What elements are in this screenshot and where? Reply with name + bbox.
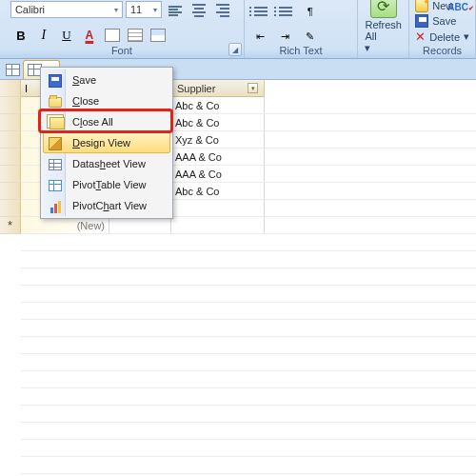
chevron-down-icon: ▾ (114, 6, 118, 14)
increase-indent-button[interactable]: ⇥ (275, 28, 296, 45)
decrease-indent-button[interactable]: ⇤ (250, 28, 271, 45)
design-view-icon (48, 136, 63, 151)
altrow-color-button[interactable] (148, 26, 169, 45)
new-row-indicator-icon: * (0, 217, 21, 234)
new-record-icon (415, 0, 428, 12)
bold-button[interactable]: B (10, 26, 31, 45)
save-icon (415, 14, 428, 28)
delete-record-button[interactable]: ✕Delete ▾ (415, 29, 469, 45)
menu-item-design-view[interactable]: Design View (43, 132, 170, 153)
select-all-cell[interactable] (0, 80, 21, 97)
highlight-button[interactable]: ✎ (300, 28, 321, 45)
gridlines-button[interactable] (125, 26, 146, 45)
chevron-down-icon: ▾ (248, 83, 258, 93)
font-size-value: 11 (130, 4, 142, 15)
group-label-richtext: Rich Text (245, 45, 357, 58)
ribbon: Calibri ▾ 11 ▾ B I U A Font (0, 0, 476, 59)
menu-item-pivottable-view[interactable]: PivotTable View (43, 174, 170, 195)
context-menu: Save Close Close All Design View Datashe… (40, 67, 173, 219)
spellcheck-icon[interactable]: ABC✔ (447, 2, 474, 12)
dialog-launcher-icon[interactable]: ◢ (228, 43, 242, 56)
align-left-button[interactable] (165, 1, 186, 20)
view-switcher-icon[interactable] (2, 60, 23, 79)
numbered-list-button[interactable] (250, 3, 271, 20)
column-header-supplier[interactable]: Supplier▾ (171, 80, 265, 97)
font-color-button[interactable]: A (79, 26, 100, 45)
group-label-records: Records (409, 45, 475, 58)
refresh-label: Refresh All▾ (365, 19, 402, 54)
text-dir-button[interactable]: ¶ (300, 3, 321, 20)
underline-button[interactable]: U (56, 26, 77, 45)
pivottable-icon (48, 178, 63, 193)
align-center-button[interactable] (188, 1, 209, 20)
save-icon (48, 73, 63, 89)
italic-button[interactable]: I (33, 26, 54, 45)
menu-item-close-all[interactable]: Close All (43, 111, 170, 132)
pivotchart-icon (48, 199, 63, 214)
refresh-all-button[interactable]: ⟳ Refresh All▾ (363, 0, 404, 56)
group-label-font: Font (0, 45, 244, 58)
delete-icon: ✕ (415, 30, 426, 44)
bullet-list-button[interactable] (275, 3, 296, 20)
refresh-icon: ⟳ (370, 0, 397, 18)
ribbon-group-font: Calibri ▾ 11 ▾ B I U A Font (0, 0, 245, 58)
fill-color-button[interactable] (102, 26, 123, 45)
folder-icon (48, 94, 63, 109)
menu-item-close[interactable]: Close (43, 90, 170, 111)
new-record-row[interactable]: *(New) (0, 217, 476, 234)
save-record-button[interactable]: Save (415, 13, 456, 29)
align-right-button[interactable] (212, 1, 233, 20)
font-family-value: Calibri (15, 4, 45, 15)
ribbon-group-richtext: ¶ ⇤ ⇥ ✎ Rich Text (245, 0, 358, 58)
menu-item-datasheet-view[interactable]: Datasheet View (43, 153, 170, 174)
font-family-combo[interactable]: Calibri ▾ (10, 1, 123, 18)
chevron-down-icon: ▾ (153, 6, 157, 14)
folders-icon (48, 115, 63, 130)
datasheet-view-icon (48, 157, 63, 172)
font-size-combo[interactable]: 11 ▾ (126, 1, 162, 18)
menu-item-pivotchart-view[interactable]: PivotChart View (43, 195, 170, 216)
ribbon-group-refresh: ⟳ Refresh All▾ (358, 0, 409, 58)
menu-item-save[interactable]: Save (43, 69, 170, 90)
